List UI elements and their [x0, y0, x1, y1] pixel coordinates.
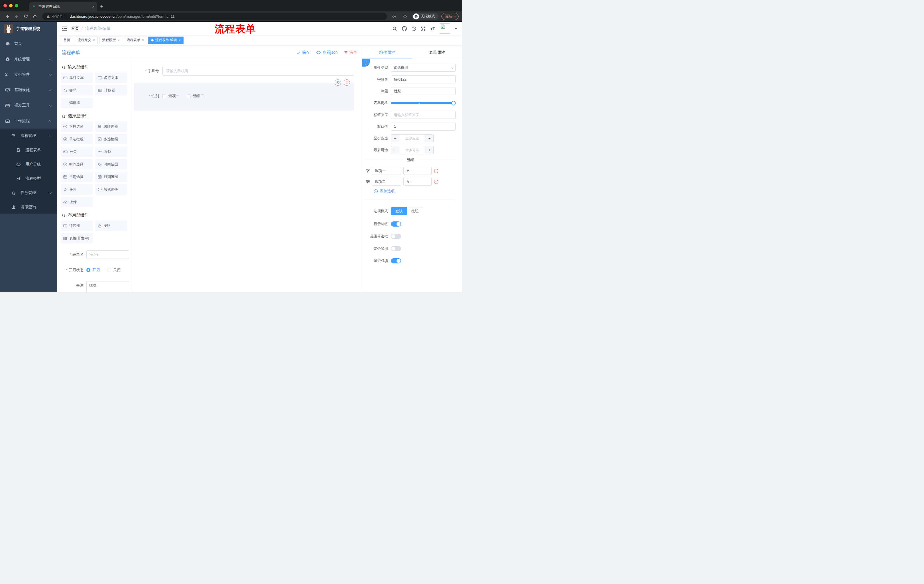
- close-window-button[interactable]: [3, 4, 7, 7]
- tag-process-form-edit[interactable]: 流程表单-编辑: [148, 36, 183, 44]
- component-type-select[interactable]: 多选框组: [391, 64, 456, 72]
- option-label-input[interactable]: [372, 167, 401, 175]
- increase-button[interactable]: +: [426, 135, 433, 142]
- drag-handle-icon[interactable]: [366, 180, 370, 184]
- required-switch[interactable]: [391, 258, 401, 263]
- github-icon[interactable]: [402, 26, 407, 31]
- component-checkbox-group[interactable]: 多选框组: [95, 134, 127, 144]
- sidebar-item-home[interactable]: 首页: [0, 36, 57, 51]
- gender-option-1-checkbox[interactable]: 选项一: [162, 94, 180, 99]
- phone-input[interactable]: [162, 66, 354, 76]
- sidebar-item-leave-query[interactable]: 请假查询: [0, 200, 57, 214]
- tab-component-props[interactable]: 组件属性: [362, 46, 412, 59]
- sidebar-item-payment[interactable]: ¥ 支付管理: [0, 67, 57, 82]
- sidebar-item-infra[interactable]: 基础设施: [0, 82, 57, 98]
- component-single-line-text[interactable]: 单行文本: [61, 72, 93, 83]
- increase-button[interactable]: +: [426, 146, 433, 154]
- close-icon[interactable]: [142, 38, 144, 42]
- form-name-input[interactable]: [86, 250, 129, 259]
- tag-process-form[interactable]: 流程表单: [124, 36, 147, 44]
- component-password[interactable]: 密码: [61, 85, 93, 95]
- style-button-button[interactable]: 按钮: [407, 207, 423, 215]
- tag-process-model[interactable]: 流程模型: [99, 36, 122, 44]
- avatar-broken-image[interactable]: [440, 23, 450, 34]
- decrease-button[interactable]: −: [391, 146, 399, 154]
- option-value-input[interactable]: [403, 167, 432, 175]
- fullscreen-icon[interactable]: [421, 26, 426, 31]
- tab-close-icon[interactable]: [92, 5, 94, 8]
- browser-update-menu-button[interactable]: 更新: [441, 13, 459, 20]
- component-table-dev[interactable]: 表格[开发中]: [61, 233, 93, 243]
- close-icon[interactable]: [179, 38, 181, 42]
- remove-option-button[interactable]: [434, 179, 439, 184]
- zoom-window-button[interactable]: [15, 4, 18, 7]
- component-switch[interactable]: 开关: [61, 146, 93, 157]
- gender-option-2-checkbox[interactable]: 选项二: [187, 94, 204, 99]
- minimize-window-button[interactable]: [9, 4, 13, 7]
- password-key-icon[interactable]: [390, 13, 398, 21]
- min-select-input[interactable]: [399, 135, 426, 142]
- option-label-input[interactable]: [372, 178, 401, 186]
- component-time-range[interactable]: 时间范围: [95, 159, 127, 169]
- component-rate[interactable]: 评分: [61, 184, 93, 194]
- bookmark-star-icon[interactable]: [401, 13, 409, 21]
- component-slider[interactable]: 滑块: [95, 146, 127, 157]
- help-icon[interactable]: [411, 26, 416, 31]
- tag-process-definition[interactable]: 流程定义: [74, 36, 98, 44]
- sidebar-item-process-mgmt[interactable]: 流程管理: [0, 128, 57, 143]
- canvas-field-phone[interactable]: 手机号: [134, 66, 354, 76]
- component-color-picker[interactable]: 颜色选择: [95, 184, 127, 194]
- show-label-switch[interactable]: [391, 221, 401, 227]
- tab-form-props[interactable]: 表单属性: [412, 46, 462, 59]
- forward-icon[interactable]: [13, 13, 21, 21]
- canvas-field-gender-selected[interactable]: 性别 选项一 选项二: [134, 82, 354, 110]
- title-input[interactable]: [391, 87, 456, 95]
- delete-field-button[interactable]: [344, 79, 350, 86]
- tag-home[interactable]: 首页: [61, 36, 73, 44]
- close-icon[interactable]: [117, 38, 119, 42]
- drag-handle-icon[interactable]: [366, 169, 370, 173]
- font-size-icon[interactable]: тT: [430, 26, 435, 31]
- component-counter[interactable]: 123 计数器: [95, 85, 127, 95]
- option-value-input[interactable]: [403, 178, 432, 186]
- reload-icon[interactable]: [22, 13, 30, 21]
- view-json-button[interactable]: 查看json: [316, 50, 338, 55]
- field-name-input[interactable]: [391, 76, 456, 84]
- close-icon[interactable]: [93, 38, 95, 42]
- component-multi-line-text[interactable]: 多行文本: [95, 72, 127, 83]
- form-grid-slider[interactable]: [391, 102, 454, 104]
- style-default-button[interactable]: 默认: [391, 207, 407, 215]
- browser-tab[interactable]: 芋道管理系统: [29, 2, 97, 12]
- security-warning[interactable]: 不安全: [46, 14, 63, 19]
- component-row-container[interactable]: 行容器: [61, 220, 93, 231]
- sidebar-item-system[interactable]: 系统管理: [0, 51, 57, 67]
- breadcrumb-home[interactable]: 首页: [71, 26, 79, 31]
- border-switch[interactable]: [391, 234, 401, 239]
- component-cascader[interactable]: 级联选择: [95, 122, 127, 132]
- new-tab-button[interactable]: [100, 3, 103, 10]
- sidebar-item-process-model[interactable]: 流程模型: [0, 171, 57, 186]
- component-date-picker[interactable]: 日期选择: [61, 172, 93, 182]
- remove-option-button[interactable]: [434, 169, 439, 173]
- sidebar-item-user-group[interactable]: 用户分组: [0, 157, 57, 171]
- back-icon[interactable]: [3, 13, 12, 21]
- status-off-radio[interactable]: 关闭: [107, 267, 120, 273]
- component-date-range[interactable]: 日期范围: [95, 172, 127, 182]
- duplicate-field-button[interactable]: [335, 79, 341, 86]
- address-bar[interactable]: 不安全 dashboard.yudao.iocoder.cn/bpm/manag…: [42, 13, 387, 20]
- search-icon[interactable]: [392, 26, 397, 31]
- default-value-input[interactable]: [391, 123, 456, 131]
- slider-handle[interactable]: [451, 101, 456, 105]
- clear-button[interactable]: 清空: [344, 50, 357, 55]
- sidebar-item-devtools[interactable]: 研发工具: [0, 98, 57, 113]
- sidebar-item-process-form[interactable]: 流程表单: [0, 143, 57, 157]
- sidebar-item-task-mgmt[interactable]: 任务管理: [0, 186, 57, 200]
- component-editor[interactable]: 编辑器: [61, 98, 93, 108]
- component-button[interactable]: 按钮: [95, 220, 127, 231]
- component-radio-group[interactable]: 单选框组: [61, 134, 93, 144]
- component-time-picker[interactable]: 时间选择: [61, 159, 93, 169]
- form-remark-textarea[interactable]: 嘿嘿: [86, 281, 129, 292]
- home-icon[interactable]: [31, 13, 39, 21]
- sidebar-item-workflow[interactable]: 工作流程: [0, 113, 57, 128]
- sidebar-fold-icon[interactable]: [62, 26, 67, 31]
